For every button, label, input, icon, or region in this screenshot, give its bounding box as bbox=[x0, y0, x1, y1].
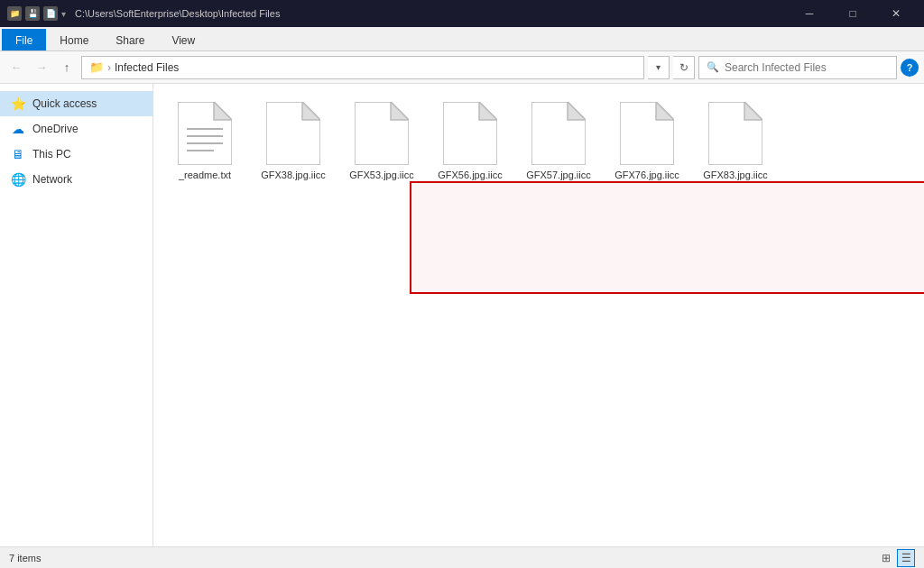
file-icon bbox=[708, 102, 762, 165]
tab-home[interactable]: Home bbox=[46, 29, 102, 50]
onedrive-icon: ☁ bbox=[11, 122, 25, 136]
sidebar-item-onedrive[interactable]: ☁ OneDrive bbox=[0, 116, 152, 142]
new-icon: 📄 bbox=[43, 6, 58, 21]
save-icon: 💾 bbox=[25, 6, 40, 21]
file-name: _readme.txt bbox=[179, 169, 231, 181]
file-name: GFX83.jpg.iicc bbox=[703, 169, 768, 181]
title-bar-icons: 📁 💾 📄 ▾ bbox=[7, 6, 66, 21]
tab-view[interactable]: View bbox=[158, 29, 208, 50]
folder-icon: 📁 bbox=[7, 6, 22, 21]
file-name: GFX53.jpg.iicc bbox=[349, 169, 414, 181]
tab-share[interactable]: Share bbox=[102, 29, 158, 50]
selection-box bbox=[410, 181, 924, 294]
content-area: _readme.txt GFX38.jpg.iicc GFX53.jpg.iic… bbox=[153, 84, 924, 546]
file-name: GFX38.jpg.iicc bbox=[261, 169, 326, 181]
forward-button[interactable]: → bbox=[31, 57, 52, 78]
file-name: GFX76.jpg.iicc bbox=[614, 169, 679, 181]
breadcrumb-folder: Infected Files bbox=[115, 61, 179, 74]
sidebar-item-quick-access[interactable]: ⭐ Quick access bbox=[0, 91, 152, 116]
refresh-button[interactable]: ↻ bbox=[673, 56, 695, 79]
up-button[interactable]: ↑ bbox=[56, 57, 78, 78]
address-chevron[interactable]: ▾ bbox=[648, 56, 670, 79]
address-bar: ← → ↑ 📁 › Infected Files ▾ ↻ 🔍 ? bbox=[0, 51, 924, 84]
list-view-button[interactable]: ☰ bbox=[897, 549, 915, 567]
title-bar-path: C:\Users\SoftEnterprise\Desktop\Infected… bbox=[75, 8, 783, 19]
svg-marker-9 bbox=[391, 102, 409, 120]
minimize-button[interactable]: ─ bbox=[789, 0, 830, 27]
sidebar-label-quick-access: Quick access bbox=[32, 97, 142, 110]
address-path[interactable]: 📁 › Infected Files bbox=[81, 56, 644, 79]
file-item[interactable]: GFX57.jpg.iicc bbox=[518, 95, 599, 188]
search-input[interactable] bbox=[725, 61, 889, 74]
maximize-button[interactable]: □ bbox=[832, 0, 873, 27]
file-name: GFX57.jpg.iicc bbox=[526, 169, 591, 181]
help-button[interactable]: ? bbox=[901, 59, 919, 77]
search-icon: 🔍 bbox=[707, 61, 719, 73]
sidebar: ⭐ Quick access ☁ OneDrive 🖥 This PC 🌐 Ne… bbox=[0, 84, 153, 546]
sidebar-label-this-pc: This PC bbox=[32, 148, 142, 160]
tab-file[interactable]: File bbox=[2, 29, 46, 50]
file-item[interactable]: GFX56.jpg.iicc bbox=[430, 95, 511, 188]
close-button[interactable]: ✕ bbox=[875, 0, 917, 27]
file-icon bbox=[443, 102, 497, 165]
file-name: GFX56.jpg.iicc bbox=[438, 169, 503, 181]
title-bar: 📁 💾 📄 ▾ C:\Users\SoftEnterprise\Desktop\… bbox=[0, 0, 924, 27]
file-item[interactable]: _readme.txt bbox=[164, 95, 245, 188]
svg-marker-7 bbox=[302, 102, 320, 120]
svg-marker-13 bbox=[568, 102, 586, 120]
status-item-count: 7 items bbox=[9, 553, 41, 563]
sidebar-label-network: Network bbox=[32, 173, 142, 186]
folder-small-icon: 📁 bbox=[89, 60, 104, 74]
svg-marker-15 bbox=[656, 102, 674, 120]
network-icon: 🌐 bbox=[11, 172, 25, 187]
file-item[interactable]: GFX76.jpg.iicc bbox=[606, 95, 688, 188]
status-views: ⊞ ☰ bbox=[877, 549, 915, 567]
sidebar-item-network[interactable]: 🌐 Network bbox=[0, 167, 152, 192]
sidebar-label-onedrive: OneDrive bbox=[32, 123, 142, 135]
file-grid: _readme.txt GFX38.jpg.iicc GFX53.jpg.iic… bbox=[164, 95, 913, 188]
ribbon-tabs: File Home Share View bbox=[0, 27, 924, 50]
file-icon bbox=[531, 102, 586, 165]
grid-view-button[interactable]: ⊞ bbox=[877, 549, 895, 567]
file-icon bbox=[178, 102, 232, 165]
back-button[interactable]: ← bbox=[5, 57, 27, 78]
file-item[interactable]: GFX53.jpg.iicc bbox=[341, 95, 422, 188]
file-item[interactable]: GFX38.jpg.iicc bbox=[253, 95, 334, 188]
file-item[interactable]: GFX83.jpg.iicc bbox=[695, 95, 776, 188]
star-icon: ⭐ bbox=[11, 96, 25, 111]
file-icon bbox=[620, 102, 674, 165]
status-bar: 7 items ⊞ ☰ bbox=[0, 546, 924, 568]
search-box[interactable]: 🔍 bbox=[698, 56, 897, 79]
file-icon bbox=[266, 102, 320, 165]
ribbon: File Home Share View bbox=[0, 27, 924, 51]
title-bar-dropdown: ▾ bbox=[61, 9, 66, 19]
sidebar-item-this-pc[interactable]: 🖥 This PC bbox=[0, 142, 152, 167]
thispc-icon: 🖥 bbox=[11, 147, 25, 161]
svg-marker-1 bbox=[214, 102, 232, 120]
main-area: ⭐ Quick access ☁ OneDrive 🖥 This PC 🌐 Ne… bbox=[0, 84, 924, 546]
title-bar-controls: ─ □ ✕ bbox=[789, 0, 917, 27]
svg-marker-17 bbox=[744, 102, 762, 120]
breadcrumb-arrow: › bbox=[107, 61, 111, 74]
file-icon bbox=[355, 102, 409, 165]
svg-marker-11 bbox=[479, 102, 497, 120]
